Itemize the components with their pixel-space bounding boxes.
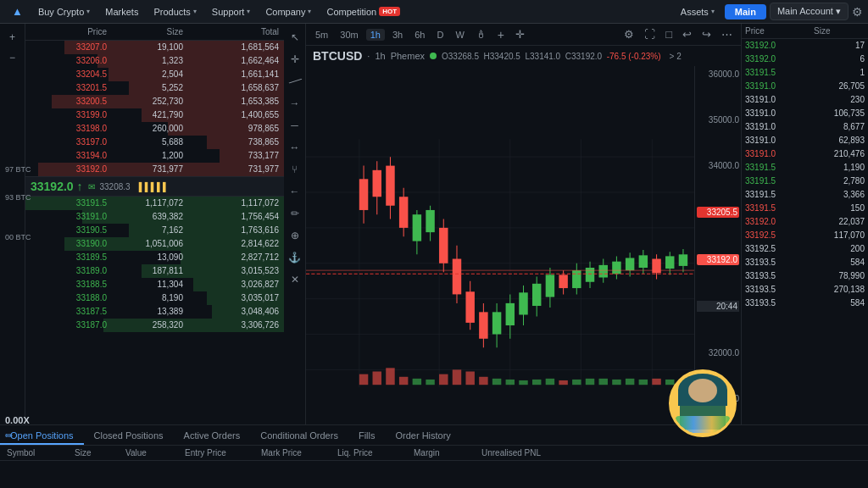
tab-fills[interactable]: Fills [348, 428, 386, 445]
tab-order-history[interactable]: Order History [385, 428, 460, 445]
chart-drawing-tools: ↖ ✛ ╱ → ─ ↔ ⑂ ← ✏ ⊕ ⚓ ✕ [284, 24, 306, 488]
account-button[interactable]: Main Account ▾ [770, 3, 849, 20]
trash-tool[interactable]: ✕ [286, 271, 304, 288]
sell-order-row: 33206.0 1,323 1,662,464 [25, 54, 284, 68]
zoom-tool[interactable]: ⊕ [286, 227, 304, 244]
buy-order-row: 33190.0 1,051,006 2,814,622 [25, 237, 284, 251]
candle-type-icon[interactable]: 🕯 [472, 27, 490, 42]
svg-rect-65 [373, 371, 381, 385]
col-unrealised-pnl: Unrealised PNL [481, 448, 861, 458]
tab-active-orders[interactable]: Active Orders [174, 428, 251, 445]
sell-order-row: 33197.0 5,688 738,865 [25, 136, 284, 149]
nav-markets[interactable]: Markets [98, 5, 145, 19]
svg-rect-47 [586, 268, 594, 282]
back-tool[interactable]: ← [286, 183, 304, 200]
nav-products[interactable]: Products ▾ [147, 5, 203, 19]
chart-toolbar: 5m 30m 1h 3h 6h D W 🕯 + ✛ ⚙ ⛶ □ ↩ ↪ ⋯ [306, 24, 741, 46]
nav-company[interactable]: Company ▾ [259, 5, 318, 19]
sell-order-row: 33200.5 252,730 1,653,385 [25, 95, 284, 108]
top-navigation: ▲ Buy Crypto ▾ Markets Products ▾ Suppor… [0, 0, 868, 24]
svg-rect-17 [386, 166, 394, 206]
chevron-icon: ▾ [193, 8, 197, 15]
buy-order-row: 33188.0 8,190 3,035,017 [25, 291, 284, 305]
trade-history-row: 33193.5 584 [742, 256, 868, 269]
magnet-tool[interactable]: ⚓ [286, 249, 304, 266]
trade-history-row: 33191.0 210,476 [742, 147, 868, 161]
fullscreen-icon[interactable]: ⛶ [641, 27, 659, 42]
more-icon[interactable]: ⋯ [718, 27, 736, 42]
main-button[interactable]: Main [725, 4, 766, 19]
svg-rect-19 [399, 197, 408, 228]
tf-3h[interactable]: 3h [388, 29, 407, 41]
tf-30m[interactable]: 30m [336, 29, 362, 41]
svg-rect-76 [519, 380, 527, 385]
tab-closed-positions[interactable]: Closed Positions [84, 428, 174, 445]
svg-rect-27 [453, 259, 461, 295]
price-level-3: 34000.0 [697, 161, 739, 170]
zoom-out-button[interactable]: − [3, 49, 22, 66]
add-indicator[interactable]: + [493, 27, 509, 42]
nav-assets[interactable]: Assets ▾ [674, 5, 721, 19]
chart-symbol: BTCUSD [313, 49, 362, 63]
crosshair-tool[interactable]: ✛ [286, 51, 304, 68]
pencil-tool[interactable]: ✏ [286, 205, 304, 222]
col-mark-price: Mark Price [261, 448, 337, 458]
tab-conditional-orders[interactable]: Conditional Orders [250, 428, 348, 445]
svg-rect-25 [439, 228, 448, 263]
redo-icon[interactable]: ↪ [698, 27, 715, 42]
cross-icon[interactable]: ✛ [512, 27, 528, 42]
bottom-panel: Open Positions Closed Positions Active O… [0, 424, 868, 488]
nav-competition[interactable]: Competition HOT [320, 5, 407, 19]
sell-order-row: 33204.5 2,504 1,661,141 [25, 68, 284, 81]
settings-icon[interactable]: ⚙ [620, 27, 637, 42]
fork-tool[interactable]: ⑂ [286, 161, 304, 178]
hline-tool[interactable]: ─ [286, 117, 304, 134]
svg-rect-51 [612, 262, 620, 274]
col-margin: Margin [414, 448, 481, 458]
undo-icon[interactable]: ↩ [679, 27, 695, 42]
logo[interactable]: ▲ [5, 5, 30, 18]
tf-d[interactable]: D [432, 29, 448, 41]
svg-rect-33 [492, 312, 501, 334]
ray-tool[interactable]: → [286, 95, 304, 112]
line-tool[interactable]: ╱ [282, 69, 308, 94]
trade-history-row: 33192.5 200 [742, 242, 868, 256]
edit-icon[interactable]: ✏ [5, 430, 13, 441]
chevron-icon: ▾ [86, 8, 90, 15]
trade-history-row: 33193.5 270,138 [742, 283, 868, 297]
svg-rect-70 [439, 374, 448, 385]
svg-rect-13 [359, 179, 368, 210]
nav-buy-crypto[interactable]: Buy Crypto ▾ [31, 5, 97, 19]
btc-label-1: 97 BTC [5, 165, 31, 174]
settings-icon[interactable]: ⚙ [852, 5, 863, 19]
tf-5m[interactable]: 5m [311, 29, 332, 41]
buy-order-row: 33190.5 7,162 1,763,616 [25, 224, 284, 237]
sell-order-row: 33198.0 260,000 978,865 [25, 122, 284, 136]
col-entry-price: Entry Price [185, 448, 261, 458]
price-level-1: 36000.0 [697, 69, 739, 79]
trade-history-row: 33192.5 117,070 [742, 229, 868, 242]
nav-support[interactable]: Support ▾ [205, 5, 258, 19]
price-level-2: 35000.0 [697, 115, 739, 125]
trade-history-row: 33191.5 1,190 [742, 161, 868, 175]
price-level-4: 32000.0 [697, 348, 739, 358]
chart-num-label: > 2 [670, 52, 682, 61]
tf-6h[interactable]: 6h [410, 29, 429, 41]
buy-order-row: 33187.0 258,320 3,306,726 [25, 319, 284, 332]
svg-rect-67 [399, 377, 408, 385]
trade-history-row: 33191.5 2,780 [742, 175, 868, 188]
screenshot-icon[interactable]: □ [662, 27, 676, 42]
cursor-tool[interactable]: ↖ [286, 29, 304, 46]
chart-exchange: Phemex [391, 51, 425, 61]
btc-label-3: 00 BTC [5, 233, 31, 241]
tf-1h[interactable]: 1h [366, 29, 385, 41]
nav-right-area: Assets ▾ Main Main Account ▾ ⚙ [674, 3, 863, 20]
measure-tool[interactable]: ↔ [286, 139, 304, 156]
svg-rect-86 [652, 379, 660, 385]
price-line-upper: 33205.5 [697, 207, 739, 218]
zoom-in-button[interactable]: + [3, 29, 22, 46]
svg-rect-75 [506, 380, 515, 385]
trade-history-row: 33191.5 1 [742, 66, 868, 80]
tf-w[interactable]: W [451, 29, 468, 41]
price-line-current: 33192.0 [697, 254, 739, 265]
